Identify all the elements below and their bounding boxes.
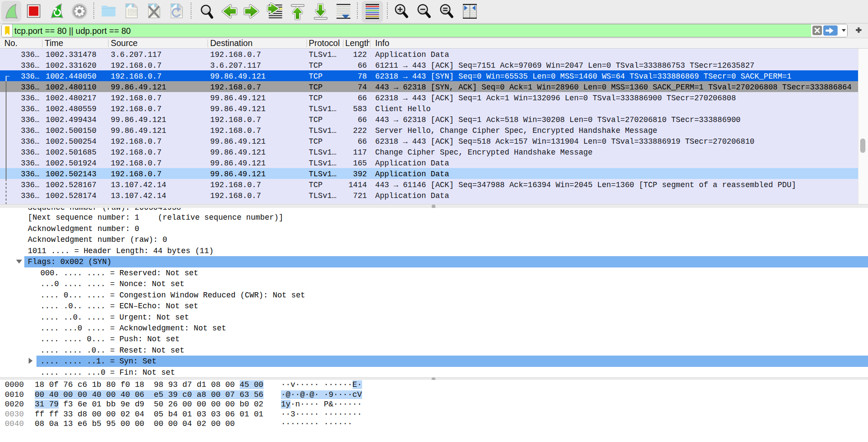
svg-text:010110: 010110: [128, 13, 138, 16]
